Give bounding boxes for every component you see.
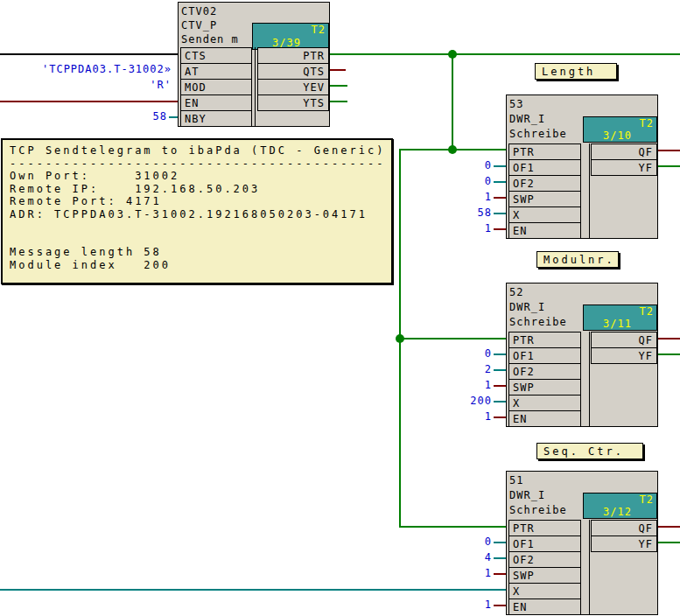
pin-qf[interactable]: QF: [591, 332, 657, 348]
pin-en[interactable]: EN: [508, 410, 581, 427]
at-connection-text[interactable]: 'TCPPDA03.T-31002»: [42, 63, 172, 75]
block-type: DWR_I: [509, 113, 545, 125]
task-badge[interactable]: T2 3/12: [583, 493, 657, 519]
constant-of1[interactable]: 0: [485, 347, 492, 360]
comment-box[interactable]: TCP Sendtelegram to ibaPda (TDC - Generi…: [1, 138, 393, 284]
pin-yf[interactable]: YF: [591, 347, 657, 364]
pin-x[interactable]: X: [508, 395, 581, 411]
wire-51-qf-out: [658, 526, 680, 528]
pin-x[interactable]: X: [508, 206, 581, 223]
pin-ptr[interactable]: PTR: [508, 144, 581, 160]
pin-x[interactable]: X: [508, 583, 581, 599]
mod-constant-text[interactable]: 'R': [150, 79, 172, 91]
constant-en[interactable]: 1: [485, 410, 492, 423]
block-type: DWR_I: [509, 489, 545, 501]
pin-qf[interactable]: QF: [591, 144, 657, 160]
block-id: 52: [509, 286, 523, 298]
constant-swp[interactable]: 1: [485, 379, 492, 391]
pin-qf[interactable]: QF: [591, 520, 657, 536]
pin-en[interactable]: EN: [508, 222, 581, 239]
block-name: Schreibe: [509, 504, 567, 516]
wire-ptr-bus: [330, 53, 680, 55]
wire-53-qf-out: [658, 150, 680, 151]
block-name: Senden m: [181, 33, 239, 46]
constant-en[interactable]: 1: [485, 598, 492, 611]
pin-ptr[interactable]: PTR: [508, 332, 581, 348]
task-label: T2: [640, 494, 654, 506]
pin-ptr[interactable]: PTR: [508, 520, 581, 536]
wire-yts-stub: [330, 101, 347, 102]
pin-cts[interactable]: CTS: [180, 47, 252, 64]
constant-of1[interactable]: 0: [485, 536, 492, 548]
wire-51-en-stub: [494, 605, 506, 606]
constant-en[interactable]: 1: [485, 222, 492, 234]
task-badge[interactable]: T2 3/11: [583, 304, 657, 331]
wire-yev-stub: [330, 85, 347, 87]
pin-of2[interactable]: OF2: [508, 363, 581, 380]
wire-52-of2-stub: [494, 369, 506, 371]
pin-at[interactable]: AT: [180, 63, 252, 80]
pin-en[interactable]: EN: [180, 94, 252, 111]
label-seq-ctr[interactable]: Seq. Ctr.: [536, 443, 643, 459]
constant-swp[interactable]: 1: [485, 191, 492, 203]
block-type: CTV_P: [181, 19, 217, 32]
task-label: T2: [640, 117, 654, 130]
constant-of2[interactable]: 4: [485, 551, 492, 564]
constant-x[interactable]: 200: [470, 395, 492, 407]
pin-column-divider: [589, 332, 590, 426]
constant-of2[interactable]: 0: [485, 175, 492, 187]
pin-of1[interactable]: OF1: [508, 347, 581, 364]
wire-cts-input: [0, 53, 179, 55]
wire-52-en-stub: [494, 416, 506, 418]
block-51[interactable]: 51 DWR_I Schreibe T2 3/12 PTR OF1 OF2 SW…: [506, 471, 658, 615]
pin-yf[interactable]: YF: [591, 536, 657, 552]
constant-x[interactable]: 58: [478, 206, 492, 219]
label-length[interactable]: Length: [535, 63, 617, 80]
wire-51-x-input: [0, 589, 506, 591]
pin-swp[interactable]: SWP: [508, 567, 581, 584]
pin-swp[interactable]: SWP: [508, 191, 581, 207]
pin-of1[interactable]: OF1: [508, 536, 581, 552]
pin-en[interactable]: EN: [508, 598, 581, 615]
nby-constant-text[interactable]: 58: [153, 110, 167, 122]
pin-column-divider: [255, 47, 256, 126]
pin-column-divider: [589, 520, 590, 614]
pin-of2[interactable]: OF2: [508, 551, 581, 568]
block-53[interactable]: 53 DWR_I Schreibe T2 3/10 PTR OF1 OF2 SW…: [506, 94, 658, 239]
wire-51-swp-stub: [494, 573, 506, 575]
wire-53-en-stub: [494, 228, 506, 230]
constant-swp[interactable]: 1: [485, 567, 492, 579]
wire-51-of2-stub: [494, 557, 506, 559]
pin-yev[interactable]: YEV: [257, 79, 329, 95]
task-badge[interactable]: T2 3/39: [252, 23, 329, 50]
pin-nby[interactable]: NBY: [180, 110, 252, 127]
task-badge[interactable]: T2 3/10: [583, 116, 657, 143]
pin-qts[interactable]: QTS: [257, 63, 329, 80]
pin-yf[interactable]: YF: [591, 159, 657, 176]
wire-52-qf-out: [658, 338, 680, 340]
junction-dot: [448, 145, 457, 154]
block-type: DWR_I: [509, 301, 545, 313]
wire-qts-stub: [330, 69, 346, 71]
wire-53-yf-out: [658, 165, 680, 167]
wire-ptr-branch-51: [399, 526, 506, 528]
constant-of1[interactable]: 0: [485, 159, 492, 172]
block-ctv02[interactable]: CTV02 CTV_P Senden m T2 3/39 CTS AT MOD …: [178, 2, 330, 127]
wire-ptr-branch-52: [399, 338, 506, 340]
block-id: CTV02: [181, 5, 217, 18]
pin-of1[interactable]: OF1: [508, 159, 581, 176]
label-modulnr[interactable]: Modulnr.: [536, 251, 619, 268]
block-name: Schreibe: [509, 128, 567, 140]
cfc-chart-canvas: CTV02 CTV_P Senden m T2 3/39 CTS AT MOD …: [0, 0, 680, 616]
order-label: 3/12: [603, 506, 632, 518]
block-52[interactable]: 52 DWR_I Schreibe T2 3/11 PTR OF1 OF2 SW…: [506, 283, 658, 427]
pin-yts[interactable]: YTS: [257, 94, 329, 111]
pin-ptr[interactable]: PTR: [257, 47, 329, 64]
wire-53-x-stub: [494, 213, 506, 214]
pin-mod[interactable]: MOD: [180, 79, 252, 95]
pin-swp[interactable]: SWP: [508, 379, 581, 396]
constant-of2[interactable]: 2: [485, 363, 492, 375]
pin-of2[interactable]: OF2: [508, 175, 581, 192]
wire-ptr-drop-1: [452, 53, 453, 150]
wire-52-x-stub: [494, 401, 506, 402]
